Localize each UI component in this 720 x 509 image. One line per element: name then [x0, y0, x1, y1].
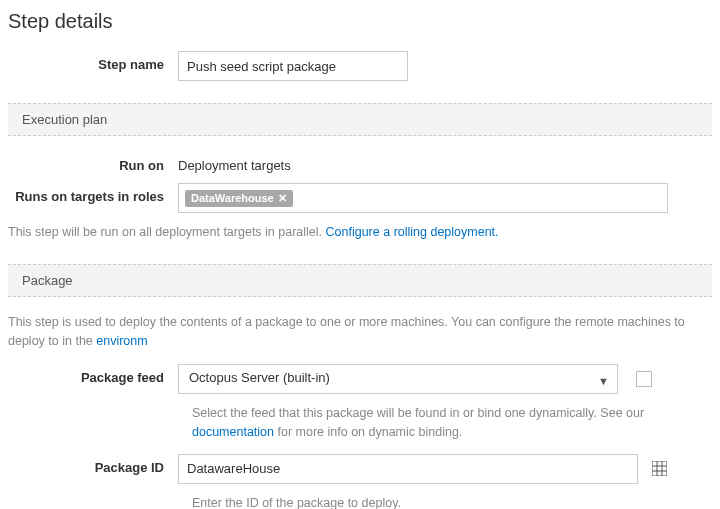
environments-link[interactable]: environm [96, 334, 147, 348]
rolling-deploy-link[interactable]: Configure a rolling deployment. [326, 225, 499, 239]
package-description: This step is used to deploy the contents… [8, 313, 712, 351]
role-tag[interactable]: DataWarehouse ✕ [185, 190, 293, 207]
package-feed-selected: Octopus Server (built-in) [189, 370, 330, 385]
package-feed-bind-toggle[interactable] [636, 371, 652, 387]
step-name-label: Step name [8, 51, 178, 72]
run-on-label: Run on [8, 152, 178, 173]
step-name-input[interactable] [178, 51, 408, 81]
section-execution-plan: Execution plan [8, 103, 712, 136]
package-id-label: Package ID [8, 454, 178, 475]
chevron-down-icon: ▼ [598, 375, 609, 387]
package-feed-select[interactable]: Octopus Server (built-in) ▼ [178, 364, 618, 394]
svg-rect-0 [652, 461, 667, 476]
run-on-value: Deployment targets [178, 152, 712, 173]
package-feed-help: Select the feed that this package will b… [192, 404, 652, 442]
page-title: Step details [8, 10, 712, 33]
roles-input[interactable]: DataWarehouse ✕ [178, 183, 668, 213]
section-package: Package [8, 264, 712, 297]
execution-help-text: This step will be run on all deployment … [8, 223, 712, 242]
roles-label: Runs on targets in roles [8, 183, 178, 204]
role-tag-remove-icon[interactable]: ✕ [278, 192, 287, 205]
package-id-help: Enter the ID of the package to deploy. [192, 494, 652, 509]
package-browse-icon[interactable] [652, 461, 667, 476]
package-feed-label: Package feed [8, 364, 178, 385]
documentation-link[interactable]: documentation [192, 425, 274, 439]
role-tag-label: DataWarehouse [191, 192, 274, 204]
package-id-input[interactable] [178, 454, 638, 484]
